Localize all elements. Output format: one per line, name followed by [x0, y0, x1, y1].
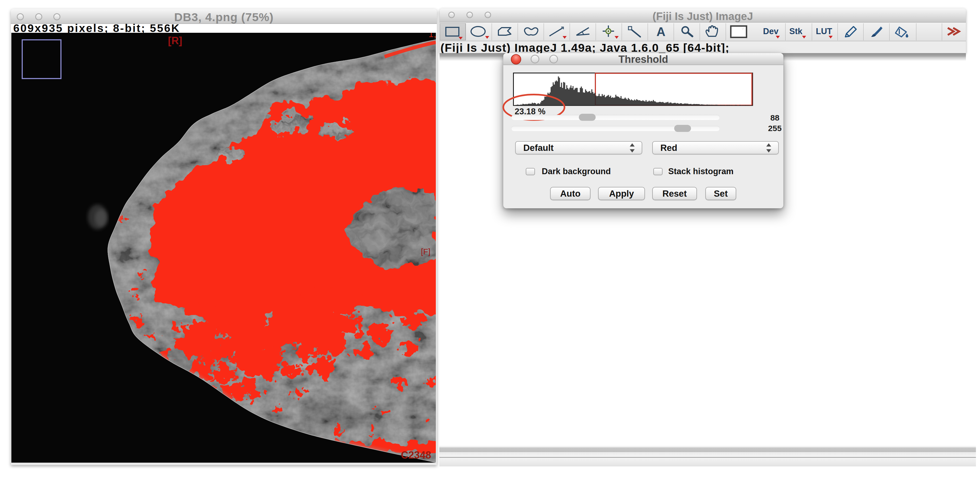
svg-text:Dev: Dev [763, 27, 779, 36]
svg-text:[R]: [R] [168, 35, 182, 46]
svg-text:C2348: C2348 [401, 449, 431, 461]
svg-text:[F]: [F] [421, 247, 430, 256]
svg-text:Stk: Stk [789, 27, 803, 36]
svg-text:1,: 1, [428, 33, 436, 39]
svg-text:A: A [656, 25, 665, 39]
svg-text:LUT: LUT [816, 27, 832, 36]
